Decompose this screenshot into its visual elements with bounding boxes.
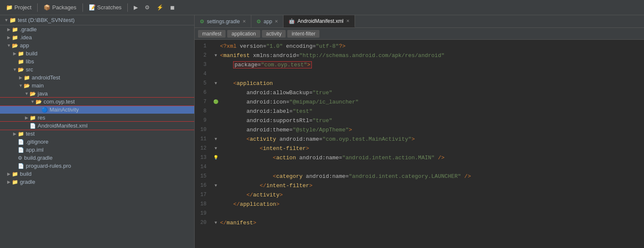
line-number: 14 bbox=[195, 164, 212, 170]
breadcrumb-application[interactable]: application bbox=[227, 30, 260, 38]
toolbar-sep-2 bbox=[83, 3, 83, 12]
toolbar-scratches-label: Scratches bbox=[97, 4, 122, 11]
tree-item-androidtest[interactable]: ▶ 📁 androidTest bbox=[0, 74, 194, 82]
tree-icon: 📁 bbox=[18, 59, 24, 65]
settings-gradle-icon: ⚙ bbox=[200, 19, 204, 25]
breadcrumb-intent-filter[interactable]: intent-filter bbox=[287, 30, 319, 38]
toolbar-settings[interactable]: ⚙ bbox=[142, 3, 152, 11]
code-line-5[interactable]: 5▼ <application bbox=[195, 79, 644, 88]
tree-item--gradle[interactable]: ▶ 📁 .gradle bbox=[0, 25, 194, 33]
tab-app-close[interactable]: ✕ bbox=[275, 19, 278, 24]
tree-label: MainActivity bbox=[50, 106, 79, 113]
line-number: 4 bbox=[195, 71, 212, 77]
toolbar-sep-3 bbox=[127, 3, 128, 12]
code-line-9[interactable]: 9 android:supportsRtl="true" bbox=[195, 116, 644, 125]
tree-item-androidmanifest-xml[interactable]: 📄 AndroidManifest.xml bbox=[0, 122, 194, 130]
tree-label: libs bbox=[26, 58, 34, 65]
code-line-4[interactable]: 4 bbox=[195, 69, 644, 79]
code-editor[interactable]: 1<?xml version="1.0" encoding="utf-8"?>2… bbox=[195, 40, 644, 248]
code-line-7[interactable]: 7🟢 android:icon="@mipmap/ic_launcher" bbox=[195, 97, 644, 106]
xml-string: "1.0" bbox=[266, 43, 283, 49]
tree-icon: 📂 bbox=[18, 67, 24, 73]
tree-item-src[interactable]: ▼ 📂 src bbox=[0, 65, 194, 74]
breadcrumb-activity[interactable]: activity bbox=[262, 30, 286, 38]
tree-item-libs[interactable]: 📁 libs bbox=[0, 57, 194, 65]
code-line-6[interactable]: 6 android:allowBackup="true" bbox=[195, 88, 644, 97]
code-line-3[interactable]: 3 package="com.oyp.test"> bbox=[195, 60, 644, 69]
tree-item-com-oyp-test[interactable]: ▼ 📂 com.oyp.test bbox=[0, 98, 194, 106]
breadcrumb-bar: manifest application activity intent-fil… bbox=[195, 28, 644, 40]
code-line-2[interactable]: 2▼<manifest xmlns:android="http://schema… bbox=[195, 51, 644, 60]
tree-item-proguard-rules-pro[interactable]: 📄 proguard-rules.pro bbox=[0, 162, 194, 170]
tree-item-res[interactable]: ▶ 📁 res bbox=[0, 114, 194, 122]
tree-label: res bbox=[38, 114, 45, 121]
scratches-icon: 📝 bbox=[89, 4, 96, 11]
editor-area: ⚙ settings.gradle ✕ ⚙ app ✕ 🤖 AndroidMan… bbox=[195, 15, 644, 248]
code-line-17[interactable]: 17 </activity> bbox=[195, 190, 644, 199]
code-line-13[interactable]: 13💡 <action android:name="android.intent… bbox=[195, 153, 644, 162]
code-line-12[interactable]: 12▼ <intent-filter> bbox=[195, 144, 644, 153]
line-content: android:icon="@mipmap/ic_launcher" bbox=[220, 99, 644, 105]
package-value: package="com.oyp.test"> bbox=[233, 61, 311, 68]
code-line-20[interactable]: 20▼</manifest> bbox=[195, 218, 644, 227]
tree-item-app-iml[interactable]: 📄 app.iml bbox=[0, 146, 194, 154]
tree-arrow: ▶ bbox=[24, 115, 30, 120]
tree-arrow: ▼ bbox=[18, 83, 24, 88]
tree-label: test bbox=[26, 131, 35, 137]
toolbar-project-label: Project bbox=[14, 4, 31, 11]
line-number: 6 bbox=[195, 90, 212, 95]
line-gutter: ▼ bbox=[212, 183, 220, 188]
tab-settings-gradle[interactable]: ⚙ settings.gradle ✕ bbox=[195, 15, 251, 27]
tree-item-test[interactable]: ▶ 📁 test bbox=[0, 130, 194, 138]
tree-item-java[interactable]: ▼ 📂 java bbox=[0, 90, 194, 98]
tree-item-app[interactable]: ▼ 📂 app bbox=[0, 41, 194, 49]
tab-androidmanifest-close[interactable]: ✕ bbox=[346, 19, 350, 23]
tab-androidmanifest[interactable]: 🤖 AndroidManifest.xml ✕ bbox=[283, 15, 355, 27]
xml-ns-val: "http://schemas.android.com/apk/res/andr… bbox=[299, 52, 444, 59]
tree-arrow: ▼ bbox=[30, 99, 36, 104]
tree-item-build[interactable]: ▶ 📁 build bbox=[0, 49, 194, 57]
tab-app[interactable]: ⚙ app ✕ bbox=[251, 15, 283, 27]
tree-label: androidTest bbox=[32, 74, 60, 81]
tree-item--gitignore[interactable]: 📄 .gitignore bbox=[0, 138, 194, 146]
sidebar-root-label: test (D:\BBK_SVN\test) bbox=[18, 17, 74, 23]
code-line-14[interactable]: 14 bbox=[195, 162, 644, 172]
tree-icon: 🔵 bbox=[41, 107, 48, 113]
toolbar-packages[interactable]: 📦 Packages bbox=[41, 3, 79, 11]
tree-item--idea[interactable]: ▶ 📁 .idea bbox=[0, 33, 194, 41]
tree-item-main[interactable]: ▼ 📂 main bbox=[0, 82, 194, 90]
toolbar-scratches[interactable]: 📝 Scratches bbox=[86, 3, 124, 11]
breadcrumb-manifest[interactable]: manifest bbox=[198, 30, 226, 38]
tree-icon: 📁 bbox=[12, 179, 18, 185]
line-content: <action android:name="android.intent.act… bbox=[220, 155, 644, 161]
code-line-19[interactable]: 19 bbox=[195, 209, 644, 218]
tree-item-mainactivity[interactable]: 🔵 MainActivity bbox=[0, 106, 194, 114]
tree-icon: 📄 bbox=[18, 163, 24, 169]
tree-arrow: ▼ bbox=[6, 43, 12, 48]
line-gutter: ▼ bbox=[212, 53, 220, 58]
code-line-18[interactable]: 18 </application> bbox=[195, 199, 644, 209]
tab-settings-gradle-close[interactable]: ✕ bbox=[242, 19, 246, 24]
code-line-15[interactable]: 15 <category android:name="android.inten… bbox=[195, 172, 644, 181]
code-line-8[interactable]: 8 android:label="test" bbox=[195, 106, 644, 116]
line-content: package="com.oyp.test"> bbox=[220, 62, 644, 68]
toolbar-project[interactable]: 📁 Project bbox=[3, 3, 34, 11]
tree-label: build bbox=[26, 50, 37, 57]
toolbar-stop[interactable]: ◼ bbox=[168, 3, 177, 11]
toolbar-build[interactable]: ⚡ bbox=[154, 3, 166, 11]
code-line-16[interactable]: 16▼ </intent-filter> bbox=[195, 181, 644, 190]
tree-item-build-gradle[interactable]: ⚙ build.gradle bbox=[0, 154, 194, 162]
line-gutter: ▼ bbox=[212, 81, 220, 86]
toolbar-run[interactable]: ▶ bbox=[131, 3, 140, 11]
line-content: android:supportsRtl="true" bbox=[220, 117, 644, 124]
code-line-10[interactable]: 10 android:theme="@style/AppTheme"> bbox=[195, 125, 644, 134]
code-line-1[interactable]: 1<?xml version="1.0" encoding="utf-8"?> bbox=[195, 41, 644, 51]
tree-arrow: ▶ bbox=[6, 27, 12, 32]
line-number: 19 bbox=[195, 210, 212, 216]
tree-item-build[interactable]: ▶ 📁 build bbox=[0, 170, 194, 178]
tree-item-gradle[interactable]: ▶ 📁 gradle bbox=[0, 178, 194, 186]
sidebar-root[interactable]: ▼ 📁 test (D:\BBK_SVN\test) bbox=[0, 15, 194, 25]
xml-bracket: <?xml bbox=[220, 43, 240, 49]
code-line-11[interactable]: 11▼ <activity android:name="com.oyp.test… bbox=[195, 134, 644, 144]
line-content: </intent-filter> bbox=[220, 183, 644, 189]
